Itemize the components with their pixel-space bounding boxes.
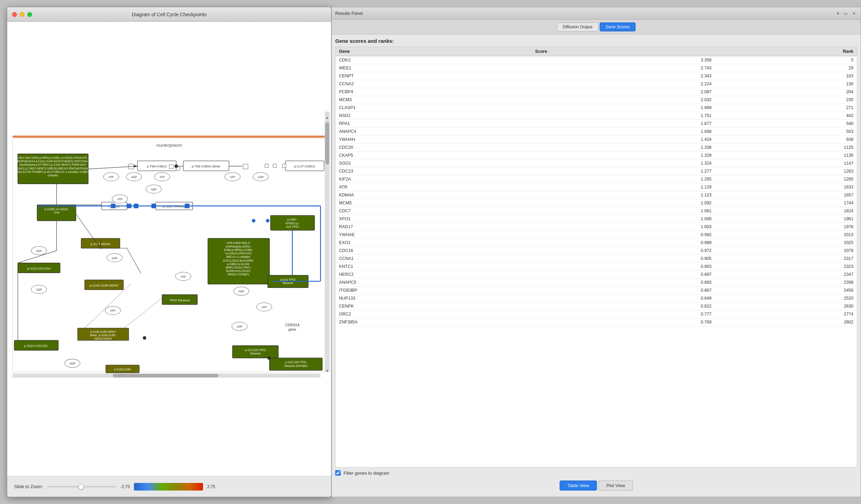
table-row[interactable]: ORC20.7772774 [336, 310, 857, 318]
table-row[interactable]: EXO10.9892025 [336, 239, 857, 247]
table-row[interactable]: CDC71.0611824 [336, 207, 857, 215]
cell-gene: XPO1 [336, 215, 532, 223]
maximize-button[interactable] [27, 12, 32, 17]
table-row[interactable]: CDC201.3381125 [336, 144, 857, 152]
cell-gene: YWHAE [336, 231, 532, 239]
table-row[interactable]: CCNA10.9052317 [336, 255, 857, 263]
svg-text:p-S166,S188-MDM2: p-S166,S188-MDM2 [90, 330, 116, 333]
h-scrollbar-thumb[interactable] [113, 374, 219, 377]
table-row[interactable]: CDC160.9722078 [336, 247, 857, 255]
tab-diffusion-output[interactable]: Diffusion Output [557, 22, 598, 31]
table-row[interactable]: CLASP11.969271 [336, 104, 857, 112]
table-row[interactable]: CENPK0.8222630 [336, 302, 857, 310]
svg-text:overhanging ssDNA-: overhanging ssDNA- [225, 245, 251, 248]
table-row[interactable]: PCBP42.087204 [336, 88, 857, 96]
minimize-button[interactable] [20, 12, 25, 17]
table-row[interactable]: HERC20.8972347 [336, 271, 857, 279]
title-buttons: ▾ ▭ ✕ [835, 10, 857, 17]
scroll-arrow-down[interactable]: ▼ [326, 369, 329, 373]
zoom-slider[interactable] [47, 486, 116, 487]
scroll-arrow-up[interactable]: ▲ [326, 116, 329, 119]
cell-gene: CDC16 [336, 247, 532, 255]
svg-text:BRCA1-C complex;: BRCA1-C complex; [226, 256, 251, 259]
table-row[interactable]: CDK23.3585 [336, 56, 857, 64]
table-row[interactable]: CCNA22.224130 [336, 80, 857, 88]
table-view-button[interactable]: Table View [560, 481, 597, 491]
svg-text:ATP: ATP [108, 176, 114, 179]
close-button[interactable] [12, 12, 17, 17]
window-buttons [12, 12, 32, 17]
cell-gene: CCNA2 [336, 80, 532, 88]
table-row[interactable]: KIF2A1.2651295 [336, 175, 857, 183]
table-row[interactable]: CKAP51.3291136 [336, 152, 857, 159]
cell-gene: CDC23 [336, 167, 532, 175]
table-row[interactable]: RAD171.0031976 [336, 223, 857, 231]
table-row[interactable]: NUP1330.8492520 [336, 294, 857, 302]
table-row[interactable]: YWHAH1.424938 [336, 136, 857, 144]
cdkn1a-label: CDKN1A [285, 323, 300, 327]
table-row[interactable]: KNTC10.9032323 [336, 263, 857, 271]
cell-gene: CKAP5 [336, 152, 532, 159]
table-row[interactable]: WEE12.74329 [336, 64, 857, 72]
table-row[interactable]: YWHAE0.9922013 [336, 231, 857, 239]
scrollbar-thumb[interactable] [325, 122, 329, 164]
table-row[interactable]: ZNF385A0.7692802 [336, 318, 857, 326]
cdkn1a-gene: gene [289, 328, 297, 331]
table-row[interactable]: SGO11.3241147 [336, 159, 857, 167]
table-row[interactable]: MCM51.0921744 [336, 199, 857, 207]
cell-score: 1.129 [532, 183, 722, 191]
cell-score: 1.338 [532, 144, 722, 152]
cell-gene: YWHAH [336, 136, 532, 144]
cell-score: 0.903 [532, 263, 722, 271]
table-row[interactable]: ATR1.1291633 [336, 183, 857, 191]
close-panel-icon[interactable]: ✕ [851, 10, 857, 17]
cell-score: 0.992 [532, 231, 722, 239]
zoom-bar: Slide to Zoom: -2.75 2.75 [7, 476, 331, 497]
table-row[interactable]: CENPT2.343103 [336, 72, 857, 80]
table-row[interactable]: XPO11.0081961 [336, 215, 857, 223]
svg-text:Tetramer: Tetramer [250, 352, 261, 355]
table-row[interactable]: RPA11.677540 [336, 120, 857, 128]
cell-gene: CENPT [336, 72, 532, 80]
gene-table[interactable]: Gene Score Rank CDK23.3585WEE12.74329CEN… [335, 47, 857, 467]
cell-score: 0.769 [532, 318, 722, 326]
table-row[interactable]: NSD21.751442 [336, 112, 857, 120]
filter-checkbox[interactable] [335, 470, 341, 476]
results-panel-title: Results Panel [335, 11, 363, 16]
cell-score: 1.329 [532, 152, 722, 159]
cell-gene: PCBP4 [336, 88, 532, 96]
results-body: Gene scores and ranks: Gene Score Rank C… [332, 35, 861, 497]
cell-rank: 271 [722, 104, 857, 112]
dropdown-icon[interactable]: ▾ [835, 10, 840, 17]
blue-node-3 [134, 204, 138, 208]
table-row[interactable]: ITGB3BP0.8672458 [336, 287, 857, 294]
cell-rank: 5 [722, 56, 857, 64]
cell-gene: SGO1 [336, 159, 532, 167]
cell-score: 3.358 [532, 56, 722, 64]
table-row[interactable]: KDM4A1.1231657 [336, 191, 857, 199]
svg-text:ADP: ADP [239, 290, 244, 293]
cell-rank: 204 [722, 88, 857, 96]
table-row[interactable]: ANAPC41.668553 [336, 128, 857, 136]
svg-text:DNA DNA DSBs:p-MRN:p-S1981,Ac-: DNA DNA DSBs:p-MRN:p-S1981,Ac-k3016-ATM:… [18, 156, 87, 159]
cell-score: 1.265 [532, 175, 722, 183]
cell-rank: 1263 [722, 167, 857, 175]
cell-gene: WEE1 [336, 64, 532, 72]
cell-score: 1.668 [532, 128, 722, 136]
cell-rank: 442 [722, 112, 857, 120]
minimize-panel-icon[interactable]: ▭ [842, 10, 849, 17]
cell-score: 1.123 [532, 191, 722, 199]
table-row[interactable]: CDC231.2771263 [336, 167, 857, 175]
svg-text:ATR:ATRIP:RPA:3': ATR:ATRIP:RPA:3' [227, 242, 250, 245]
table-row[interactable]: ANAPC50.8832398 [336, 279, 857, 287]
cell-rank: 130 [722, 80, 857, 88]
tab-gene-scores[interactable]: Gene Scores [600, 22, 636, 31]
table-row[interactable]: MCM32.032235 [336, 96, 857, 104]
cell-gene: ITGB3BP [336, 287, 532, 294]
dot-1 [174, 164, 178, 168]
plot-view-button[interactable]: Plot View [598, 481, 633, 491]
svg-text:ATP: ATP [110, 310, 115, 313]
diagram-content[interactable]: nucleoplasm DNA DNA DSBs:p-MRN:p-S1981,A… [7, 22, 331, 476]
blue-node-4 [152, 204, 156, 208]
zoom-thumb[interactable] [78, 484, 84, 490]
